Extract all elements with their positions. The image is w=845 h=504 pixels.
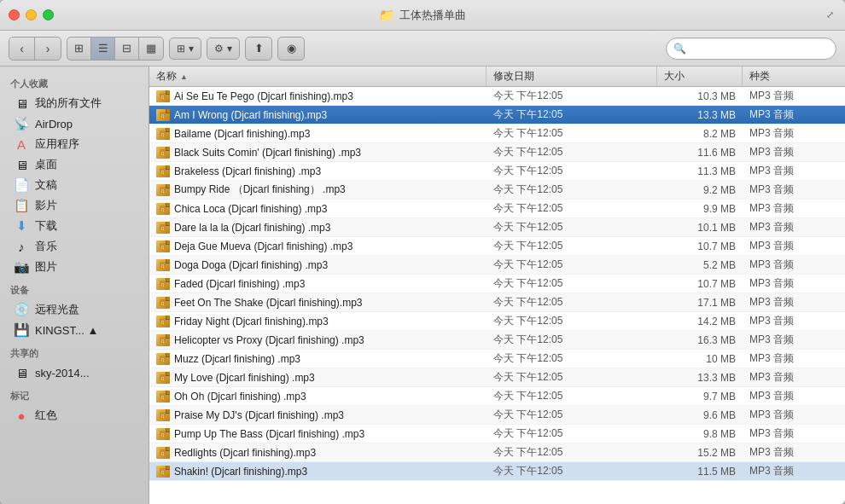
title-bar: 📁 工体热播单曲 ⤢ xyxy=(0,0,845,31)
close-button[interactable] xyxy=(9,9,20,20)
table-row[interactable]: ♫Helicopter vs Proxy (Djcarl finishing) … xyxy=(149,331,845,350)
file-name-text: Shakin! (Djcarl finishing).mp3 xyxy=(174,466,307,478)
mp3-file-icon: ♫ xyxy=(156,165,170,177)
svg-text:♫: ♫ xyxy=(160,206,165,212)
file-type-cell: MP3 音频 xyxy=(743,145,845,159)
file-type-cell: MP3 音频 xyxy=(743,408,845,422)
svg-text:♫: ♫ xyxy=(160,169,165,175)
traffic-lights xyxy=(9,9,54,20)
maximize-button[interactable] xyxy=(43,9,54,20)
music-icon: ♪ xyxy=(14,239,29,254)
header-type-label: 种类 xyxy=(749,69,770,84)
file-name-cell: ♫Brakeless (Djcarl finishing) .mp3 xyxy=(149,165,487,177)
shared-section-title: 共享的 xyxy=(0,340,149,362)
file-size-cell: 15.2 MB xyxy=(657,447,743,459)
sidebar-item-music[interactable]: ♪ 音乐 xyxy=(3,236,145,257)
header-name[interactable]: 名称 ▲ xyxy=(149,67,487,86)
file-name-cell: ♫Deja Gue Mueva (Djcarl finishing) .mp3 xyxy=(149,240,487,252)
table-row[interactable]: ♫Shakin! (Djcarl finishing).mp3今天 下午12:0… xyxy=(149,462,845,481)
view-list-button[interactable]: ☰ xyxy=(91,38,115,60)
table-row[interactable]: ♫Faded (Djcarl finishing) .mp3今天 下午12:05… xyxy=(149,275,845,293)
arrange-dropdown[interactable]: ⊞ ▾ xyxy=(169,38,201,60)
header-date[interactable]: 修改日期 xyxy=(487,67,657,86)
table-row[interactable]: ♫Black Suits Comin' (Djcarl finishing) .… xyxy=(149,143,845,162)
file-type-cell: MP3 音频 xyxy=(743,351,845,366)
file-list: ♫Ai Se Eu Te Pego (Djcarl finishing).mp3… xyxy=(149,87,845,504)
table-row[interactable]: ♫Bumpy Ride （Djcarl finishing） .mp3今天 下午… xyxy=(149,181,845,200)
pictures-icon: 📷 xyxy=(14,259,29,275)
file-date-cell: 今天 下午12:05 xyxy=(487,351,657,366)
view-icon-button[interactable]: ⊞ xyxy=(67,38,91,60)
sidebar-item-remote-disc[interactable]: 💿 远程光盘 xyxy=(3,299,145,320)
view-buttons: ⊞ ☰ ⊟ ▦ xyxy=(67,37,164,61)
mp3-file-icon: ♫ xyxy=(156,409,170,421)
mp3-file-icon: ♫ xyxy=(156,391,170,403)
search-input[interactable] xyxy=(691,43,829,55)
file-type-cell: MP3 音频 xyxy=(743,220,845,235)
file-date-cell: 今天 下午12:05 xyxy=(487,182,657,197)
file-date-cell: 今天 下午12:05 xyxy=(487,408,657,422)
file-size-cell: 11.6 MB xyxy=(657,147,743,159)
view-cover-button[interactable]: ▦ xyxy=(139,38,163,60)
table-row[interactable]: ♫Redlights (Djcarl finishing).mp3今天 下午12… xyxy=(149,443,845,462)
sidebar-item-label: 下载 xyxy=(35,218,57,234)
file-name-cell: ♫Oh Oh (Djcarl finishing) .mp3 xyxy=(149,391,487,403)
sidebar-item-airdrop[interactable]: 📡 AirDrop xyxy=(3,113,145,134)
file-size-cell: 16.3 MB xyxy=(657,334,743,346)
sidebar-item-docs[interactable]: 📄 文稿 xyxy=(3,175,145,195)
header-type[interactable]: 种类 xyxy=(743,67,845,86)
airdrop-icon: 📡 xyxy=(14,116,29,131)
table-row[interactable]: ♫Ai Se Eu Te Pego (Djcarl finishing).mp3… xyxy=(149,87,845,106)
table-row[interactable]: ♫Bailame (Djcarl finishing).mp3今天 下午12:0… xyxy=(149,125,845,143)
share-button[interactable]: ⬆ xyxy=(246,38,271,60)
sidebar-item-desktop[interactable]: 🖥 桌面 xyxy=(3,154,145,175)
file-size-cell: 11.3 MB xyxy=(657,165,743,177)
toggle-button[interactable]: ◉ xyxy=(278,38,304,60)
file-name-text: Ai Se Eu Te Pego (Djcarl finishing).mp3 xyxy=(174,90,353,102)
file-name-cell: ♫Dare la la la (Djcarl finishing) .mp3 xyxy=(149,222,487,234)
file-size-cell: 10.7 MB xyxy=(657,278,743,290)
view-column-button[interactable]: ⊟ xyxy=(115,38,139,60)
forward-button[interactable]: › xyxy=(35,38,61,60)
table-row[interactable]: ♫My Love (Djcarl finishing) .mp3今天 下午12:… xyxy=(149,368,845,387)
red-tag-icon: ● xyxy=(14,408,29,423)
svg-text:♫: ♫ xyxy=(160,244,165,250)
sidebar-item-pictures[interactable]: 📷 图片 xyxy=(3,257,145,277)
file-type-cell: MP3 音频 xyxy=(743,464,845,478)
table-row[interactable]: ♫Oh Oh (Djcarl finishing) .mp3今天 下午12:05… xyxy=(149,387,845,406)
table-row[interactable]: ♫Friday Night (Djcarl finishing).mp3今天 下… xyxy=(149,312,845,331)
table-row[interactable]: ♫Pump Up The Bass (Djcarl finishing) .mp… xyxy=(149,425,845,443)
sidebar-item-downloads[interactable]: ⬇ 下载 xyxy=(3,216,145,236)
action-dropdown[interactable]: ⚙ ▾ xyxy=(207,38,240,60)
header-size[interactable]: 大小 xyxy=(657,67,743,86)
svg-text:♫: ♫ xyxy=(160,150,165,156)
minimize-button[interactable] xyxy=(26,9,37,20)
table-row[interactable]: ♫Deja Gue Mueva (Djcarl finishing) .mp3今… xyxy=(149,237,845,256)
file-name-text: Praise My DJ's (Djcarl finishing) .mp3 xyxy=(174,409,344,421)
window-title: 工体热播单曲 xyxy=(399,8,466,23)
sidebar-item-movies[interactable]: 📋 影片 xyxy=(3,195,145,216)
file-date-cell: 今天 下午12:05 xyxy=(487,389,657,403)
table-row[interactable]: ♫Brakeless (Djcarl finishing) .mp3今天 下午1… xyxy=(149,162,845,181)
sidebar-item-red-tag[interactable]: ● 红色 xyxy=(3,405,145,426)
table-row[interactable]: ♫Muzz (Djcarl finishing) .mp3今天 下午12:051… xyxy=(149,350,845,368)
sidebar-item-apps[interactable]: A 应用程序 xyxy=(3,134,145,154)
file-type-cell: MP3 音频 xyxy=(743,239,845,253)
file-type-cell: MP3 音频 xyxy=(743,314,845,328)
back-button[interactable]: ‹ xyxy=(9,38,35,60)
file-name-cell: ♫Black Suits Comin' (Djcarl finishing) .… xyxy=(149,147,487,159)
table-row[interactable]: ♫Am I Wrong (Djcarl finishing).mp3今天 下午1… xyxy=(149,106,845,125)
svg-text:♫: ♫ xyxy=(160,394,165,400)
sidebar-item-sky2014[interactable]: 🖥 sky-2014... xyxy=(3,362,145,383)
search-box[interactable]: 🔍 xyxy=(666,38,836,60)
expand-button[interactable]: ⤢ xyxy=(823,9,836,22)
table-row[interactable]: ♫Feet On The Shake (Djcarl finishing).mp… xyxy=(149,293,845,312)
file-date-cell: 今天 下午12:05 xyxy=(487,445,657,460)
table-row[interactable]: ♫Doga Doga (Djcarl finishing) .mp3今天 下午1… xyxy=(149,256,845,275)
table-row[interactable]: ♫Chica Loca (Djcarl finishing) .mp3今天 下午… xyxy=(149,200,845,218)
table-row[interactable]: ♫Dare la la la (Djcarl finishing) .mp3今天… xyxy=(149,218,845,237)
sidebar-item-all-files[interactable]: 🖥 我的所有文件 xyxy=(3,93,145,113)
file-date-cell: 今天 下午12:05 xyxy=(487,126,657,141)
sidebar-item-kingst[interactable]: 💾 KINGST... ▲ xyxy=(3,320,145,340)
table-row[interactable]: ♫Praise My DJ's (Djcarl finishing) .mp3今… xyxy=(149,406,845,425)
